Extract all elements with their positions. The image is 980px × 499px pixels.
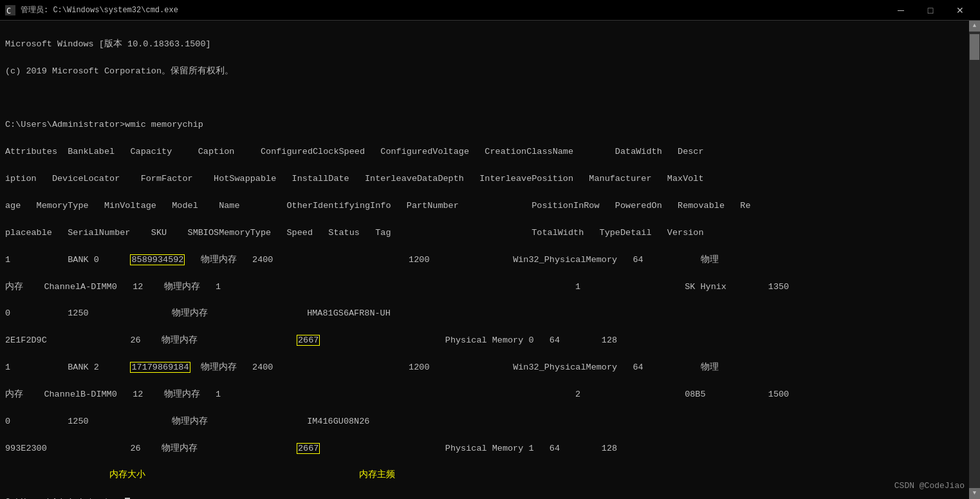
line-copyright: (c) 2019 Microsoft Corporation。保留所有权利。: [5, 65, 975, 79]
line-data-1-4: 2E1F2D9C 26 物理内存 2667 Physical Memory 0 …: [5, 334, 975, 348]
line-prompt: C:\Users\Administrator>: [5, 496, 975, 499]
memory-size-label: 内存大小: [109, 470, 145, 480]
titlebar-left: C 管理员: C:\Windows\system32\cmd.exe: [5, 5, 178, 15]
titlebar: C 管理员: C:\Windows\system32\cmd.exe ─ □ ✕: [0, 0, 980, 21]
maximize-button[interactable]: □: [916, 0, 945, 21]
line-blank-1: [5, 92, 975, 106]
scroll-up-arrow[interactable]: ▲: [969, 21, 980, 32]
line-header-1: Attributes BankLabel Capacity Caption Co…: [5, 146, 975, 159]
titlebar-controls: ─ □ ✕: [886, 0, 975, 21]
line-header-4: placeable SerialNumber SKU SMBIOSMemoryT…: [5, 227, 975, 240]
line-data-2-4: 993E2300 26 物理内存 2667 Physical Memory 1 …: [5, 442, 975, 456]
line-data-2-3: 0 1250 物理内存 IM416GU08N26: [5, 415, 975, 429]
line-data-2-1: 1 BANK 2 17179869184 物理内存 2400 1200 Win3…: [5, 361, 975, 375]
cmd-window: C 管理员: C:\Windows\system32\cmd.exe ─ □ ✕…: [0, 0, 980, 499]
capacity-1-boxed: 8589934592: [130, 254, 185, 265]
capacity-2-boxed: 17179869184: [130, 362, 190, 373]
svg-text:C: C: [6, 6, 11, 15]
line-data-1-1: 1 BANK 0 8589934592 物理内存 2400 1200 Win32…: [5, 254, 975, 267]
scroll-down-arrow[interactable]: ▼: [969, 488, 980, 499]
line-command: C:\Users\Administrator>wmic memorychip: [5, 118, 975, 132]
terminal-content[interactable]: Microsoft Windows [版本 10.0.18363.1500] (…: [0, 21, 980, 499]
line-data-2-2: 内存 ChannelB-DIMM0 12 物理内存 1 2 08B5 1500: [5, 388, 975, 402]
watermark: CSDN @CodeJiao: [894, 480, 965, 493]
line-windows-version: Microsoft Windows [版本 10.0.18363.1500]: [5, 38, 975, 52]
close-button[interactable]: ✕: [945, 0, 975, 21]
line-header-3: age MemoryType MinVoltage Model Name Oth…: [5, 200, 975, 213]
memory-freq-label: 内存主频: [359, 470, 395, 480]
line-data-1-2: 内存 ChannelA-DIMM0 12 物理内存 1 1 SK Hynix 1…: [5, 281, 975, 294]
minimize-button[interactable]: ─: [886, 0, 916, 21]
scrollbar[interactable]: ▲ ▼: [969, 21, 980, 499]
line-header-2: iption DeviceLocator FormFactor HotSwapp…: [5, 173, 975, 186]
window-title: 管理员: C:\Windows\system32\cmd.exe: [21, 5, 178, 15]
scroll-thumb[interactable]: [970, 34, 979, 60]
cmd-icon: C: [5, 5, 15, 15]
line-labels: 内存大小 内存主频: [5, 469, 975, 482]
line-data-1-3: 0 1250 物理内存 HMA81GS6AFR8N-UH: [5, 307, 975, 321]
speed-2-boxed: 2667: [297, 443, 320, 454]
speed-1-boxed: 2667: [297, 335, 320, 346]
